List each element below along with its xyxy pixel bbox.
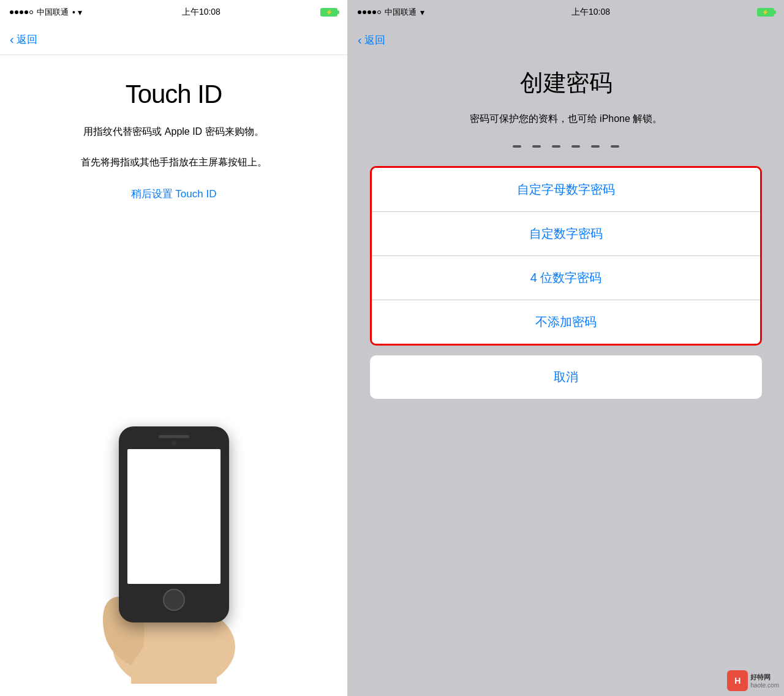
left-nav-bar: ‹ 返回 — [0, 25, 347, 55]
create-password-desc: 密码可保护您的资料，也可给 iPhone 解锁。 — [470, 111, 663, 127]
right-status-bar: 中国联通 ▾ 上午10:08 ⚡ — [348, 0, 784, 25]
right-wifi-icon: ▾ — [420, 7, 424, 17]
wifi-icon: • ▾ — [72, 7, 82, 17]
touch-id-title: Touch ID — [126, 80, 222, 109]
right-chevron-left-icon: ‹ — [358, 33, 362, 47]
right-status-right: ⚡ — [757, 8, 774, 17]
left-status-right: ⚡ — [320, 8, 337, 17]
left-back-button[interactable]: ‹ 返回 — [10, 32, 37, 47]
skip-touch-id-link[interactable]: 稍后设置 Touch ID — [131, 187, 217, 201]
right-main-content: 创建密码 密码可保护您的资料，也可给 iPhone 解锁。 自定字母数字密码 自… — [348, 55, 784, 696]
left-panel: 中国联通 • ▾ 上午10:08 ⚡ ‹ 返回 Touch ID 用指纹代替密码… — [0, 0, 348, 696]
dot4 — [24, 10, 28, 14]
pin-dot-3 — [552, 145, 560, 148]
pin-dot-6 — [611, 145, 619, 148]
right-back-label: 返回 — [364, 33, 385, 47]
password-options-menu: 自定字母数字密码 自定数字密码 4 位数字密码 不添加密码 — [370, 166, 762, 346]
watermark-url: haote.com — [750, 682, 779, 689]
option-custom-numeric[interactable]: 自定数字密码 — [372, 212, 760, 256]
option-4digit-label: 4 位数字密码 — [530, 271, 602, 284]
watermark-site: 好特网 — [750, 673, 779, 682]
watermark-text: 好特网 haote.com — [750, 673, 779, 689]
signal-dots — [10, 10, 33, 14]
iphone-screen — [127, 449, 221, 584]
left-time: 上午10:08 — [182, 7, 221, 18]
option-no-password[interactable]: 不添加密码 — [372, 300, 760, 344]
option-no-password-label: 不添加密码 — [535, 315, 597, 328]
option-alphanumeric[interactable]: 自定字母数字密码 — [372, 168, 760, 212]
right-bolt-icon: ⚡ — [762, 9, 769, 15]
pin-dot-2 — [532, 145, 541, 148]
right-time: 上午10:08 — [571, 7, 610, 18]
iphone-speaker — [159, 435, 189, 438]
cancel-button[interactable]: 取消 — [370, 355, 762, 399]
r-dot4 — [372, 10, 376, 14]
left-status-left: 中国联通 • ▾ — [10, 7, 82, 18]
iphone-body — [119, 426, 229, 622]
chevron-left-icon: ‹ — [10, 32, 14, 47]
cancel-button-wrap: 取消 — [370, 355, 762, 399]
option-4digit[interactable]: 4 位数字密码 — [372, 256, 760, 300]
pin-dots-row — [513, 145, 619, 148]
right-panel: 中国联通 ▾ 上午10:08 ⚡ ‹ 返回 创建密码 密码可保护您的资料，也可给… — [348, 0, 784, 696]
r-dot1 — [358, 10, 361, 14]
dot1 — [10, 10, 13, 14]
bolt-icon: ⚡ — [326, 9, 333, 15]
option-custom-numeric-label: 自定数字密码 — [529, 227, 603, 240]
right-nav-bar: ‹ 返回 — [348, 25, 784, 55]
phone-wrap — [94, 426, 254, 684]
pin-dot-4 — [571, 145, 580, 148]
create-password-title: 创建密码 — [520, 67, 612, 99]
dot2 — [15, 10, 18, 14]
right-carrier-label: 中国联通 — [385, 7, 417, 18]
r-dot2 — [363, 10, 366, 14]
watermark: H 好特网 haote.com — [727, 670, 779, 691]
iphone-home-button — [163, 589, 185, 611]
option-alphanumeric-label: 自定字母数字密码 — [517, 183, 615, 196]
carrier-label: 中国联通 — [37, 7, 69, 18]
touch-id-desc2: 首先将拇指或其他手指放在主屏幕按钮上。 — [81, 154, 267, 170]
watermark-letter: H — [734, 676, 741, 686]
right-back-button[interactable]: ‹ 返回 — [358, 33, 385, 47]
right-battery-icon: ⚡ — [757, 8, 774, 17]
r-dot3 — [368, 10, 371, 14]
watermark-icon: H — [727, 670, 748, 691]
left-back-label: 返回 — [17, 32, 37, 47]
left-main-content: Touch ID 用指纹代替密码或 Apple ID 密码来购物。 首先将拇指或… — [0, 55, 347, 696]
iphone-camera — [172, 441, 176, 445]
dot5 — [29, 10, 33, 14]
right-status-left: 中国联通 ▾ — [358, 7, 424, 18]
left-status-bar: 中国联通 • ▾ 上午10:08 ⚡ — [0, 0, 347, 25]
r-dot5 — [377, 10, 381, 14]
phone-illustration — [18, 219, 329, 684]
pin-dot-5 — [591, 145, 600, 148]
cancel-label: 取消 — [554, 370, 578, 384]
pin-dot-1 — [513, 145, 521, 148]
battery-icon: ⚡ — [320, 8, 337, 17]
touch-id-desc1: 用指纹代替密码或 Apple ID 密码来购物。 — [83, 124, 263, 140]
right-signal-dots — [358, 10, 381, 14]
dot3 — [20, 10, 23, 14]
